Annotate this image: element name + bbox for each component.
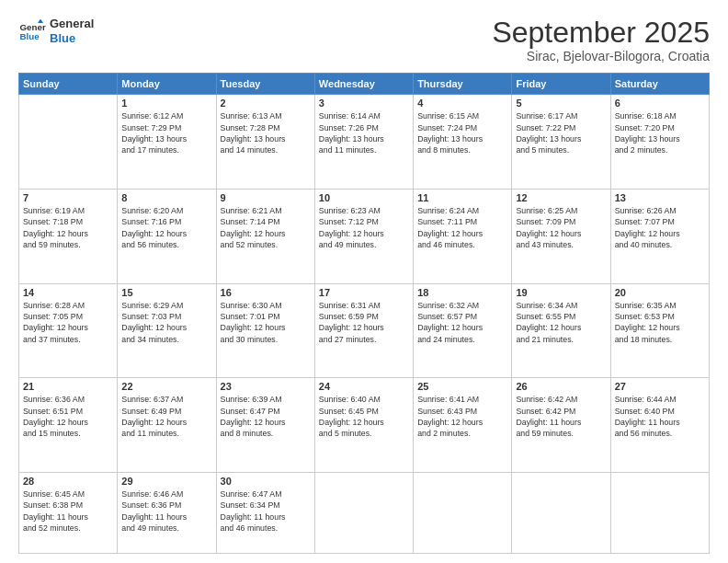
day-number: 14 — [23, 287, 113, 298]
header: General Blue General Blue September 2025… — [18, 17, 710, 63]
table-row: 11Sunrise: 6:24 AM Sunset: 7:11 PM Dayli… — [414, 189, 512, 283]
table-row: 16Sunrise: 6:30 AM Sunset: 7:01 PM Dayli… — [216, 283, 314, 378]
col-tuesday: Tuesday — [216, 74, 314, 95]
day-info: Sunrise: 6:19 AM Sunset: 7:18 PM Dayligh… — [23, 205, 113, 250]
day-number: 25 — [417, 381, 507, 392]
day-number: 17 — [319, 287, 409, 298]
table-row: 21Sunrise: 6:36 AM Sunset: 6:51 PM Dayli… — [19, 378, 118, 473]
day-number: 1 — [121, 98, 211, 109]
calendar-week-row: 21Sunrise: 6:36 AM Sunset: 6:51 PM Dayli… — [19, 378, 710, 473]
page: General Blue General Blue September 2025… — [0, 0, 728, 563]
day-number: 15 — [121, 287, 211, 298]
logo: General Blue General Blue — [18, 17, 94, 45]
day-number: 5 — [516, 98, 606, 109]
day-info: Sunrise: 6:13 AM Sunset: 7:28 PM Dayligh… — [221, 110, 311, 155]
calendar-header-row: Sunday Monday Tuesday Wednesday Thursday… — [19, 74, 710, 95]
day-number: 20 — [615, 287, 705, 298]
logo-icon: General Blue — [18, 17, 46, 45]
logo-general-text: General — [50, 17, 94, 31]
day-number: 2 — [221, 98, 311, 109]
day-number: 12 — [516, 192, 606, 203]
table-row: 25Sunrise: 6:41 AM Sunset: 6:43 PM Dayli… — [414, 378, 512, 473]
table-row: 9Sunrise: 6:21 AM Sunset: 7:14 PM Daylig… — [216, 189, 314, 283]
day-info: Sunrise: 6:46 AM Sunset: 6:36 PM Dayligh… — [121, 488, 211, 534]
table-row: 2Sunrise: 6:13 AM Sunset: 7:28 PM Daylig… — [216, 95, 314, 190]
day-number: 30 — [221, 476, 311, 487]
svg-text:General: General — [20, 21, 47, 31]
calendar-week-row: 7Sunrise: 6:19 AM Sunset: 7:18 PM Daylig… — [19, 189, 710, 283]
day-info: Sunrise: 6:14 AM Sunset: 7:26 PM Dayligh… — [319, 110, 409, 155]
day-number: 10 — [319, 192, 409, 203]
day-number: 6 — [615, 98, 705, 109]
day-info: Sunrise: 6:32 AM Sunset: 6:57 PM Dayligh… — [417, 300, 507, 345]
day-info: Sunrise: 6:12 AM Sunset: 7:29 PM Dayligh… — [121, 110, 211, 155]
calendar-week-row: 14Sunrise: 6:28 AM Sunset: 7:05 PM Dayli… — [19, 283, 710, 378]
day-number: 7 — [23, 192, 113, 203]
day-info: Sunrise: 6:15 AM Sunset: 7:24 PM Dayligh… — [417, 110, 507, 155]
col-thursday: Thursday — [414, 74, 512, 95]
svg-marker-2 — [38, 18, 43, 23]
col-wednesday: Wednesday — [314, 74, 413, 95]
table-row: 14Sunrise: 6:28 AM Sunset: 7:05 PM Dayli… — [19, 283, 118, 378]
col-saturday: Saturday — [610, 74, 709, 95]
day-info: Sunrise: 6:42 AM Sunset: 6:42 PM Dayligh… — [516, 394, 606, 439]
day-info: Sunrise: 6:28 AM Sunset: 7:05 PM Dayligh… — [23, 300, 113, 345]
day-number: 27 — [615, 381, 705, 392]
day-number: 4 — [417, 98, 507, 109]
day-info: Sunrise: 6:24 AM Sunset: 7:11 PM Dayligh… — [417, 205, 507, 250]
table-row — [610, 473, 709, 554]
day-info: Sunrise: 6:37 AM Sunset: 6:49 PM Dayligh… — [121, 394, 211, 439]
day-info: Sunrise: 6:40 AM Sunset: 6:45 PM Dayligh… — [319, 394, 409, 439]
day-number: 13 — [615, 192, 705, 203]
day-info: Sunrise: 6:41 AM Sunset: 6:43 PM Dayligh… — [417, 394, 507, 439]
day-info: Sunrise: 6:17 AM Sunset: 7:22 PM Dayligh… — [516, 110, 606, 155]
table-row: 7Sunrise: 6:19 AM Sunset: 7:18 PM Daylig… — [19, 189, 118, 283]
day-number: 8 — [121, 192, 211, 203]
day-info: Sunrise: 6:44 AM Sunset: 6:40 PM Dayligh… — [615, 394, 705, 439]
table-row: 28Sunrise: 6:45 AM Sunset: 6:38 PM Dayli… — [19, 473, 118, 554]
day-number: 22 — [121, 381, 211, 392]
day-info: Sunrise: 6:21 AM Sunset: 7:14 PM Dayligh… — [221, 205, 311, 250]
table-row: 26Sunrise: 6:42 AM Sunset: 6:42 PM Dayli… — [512, 378, 610, 473]
table-row: 27Sunrise: 6:44 AM Sunset: 6:40 PM Dayli… — [610, 378, 709, 473]
logo-blue-text: Blue — [50, 31, 94, 46]
table-row: 5Sunrise: 6:17 AM Sunset: 7:22 PM Daylig… — [512, 95, 610, 190]
day-number: 24 — [319, 381, 409, 392]
table-row — [512, 473, 610, 554]
table-row: 20Sunrise: 6:35 AM Sunset: 6:53 PM Dayli… — [610, 283, 709, 378]
day-info: Sunrise: 6:20 AM Sunset: 7:16 PM Dayligh… — [121, 205, 211, 250]
table-row: 18Sunrise: 6:32 AM Sunset: 6:57 PM Dayli… — [414, 283, 512, 378]
day-number: 18 — [417, 287, 507, 298]
table-row: 4Sunrise: 6:15 AM Sunset: 7:24 PM Daylig… — [414, 95, 512, 190]
day-number: 28 — [23, 476, 113, 487]
day-info: Sunrise: 6:45 AM Sunset: 6:38 PM Dayligh… — [23, 488, 113, 534]
calendar-table: Sunday Monday Tuesday Wednesday Thursday… — [18, 73, 710, 554]
month-title: September 2025 — [492, 17, 710, 49]
table-row: 12Sunrise: 6:25 AM Sunset: 7:09 PM Dayli… — [512, 189, 610, 283]
col-monday: Monday — [118, 74, 216, 95]
table-row: 23Sunrise: 6:39 AM Sunset: 6:47 PM Dayli… — [216, 378, 314, 473]
day-info: Sunrise: 6:35 AM Sunset: 6:53 PM Dayligh… — [615, 300, 705, 345]
day-number: 9 — [221, 192, 311, 203]
table-row: 30Sunrise: 6:47 AM Sunset: 6:34 PM Dayli… — [216, 473, 314, 554]
table-row: 17Sunrise: 6:31 AM Sunset: 6:59 PM Dayli… — [314, 283, 413, 378]
table-row: 15Sunrise: 6:29 AM Sunset: 7:03 PM Dayli… — [118, 283, 216, 378]
day-info: Sunrise: 6:47 AM Sunset: 6:34 PM Dayligh… — [221, 488, 311, 534]
day-number: 16 — [221, 287, 311, 298]
day-info: Sunrise: 6:29 AM Sunset: 7:03 PM Dayligh… — [121, 300, 211, 345]
day-info: Sunrise: 6:23 AM Sunset: 7:12 PM Dayligh… — [319, 205, 409, 250]
title-block: September 2025 Sirac, Bjelovar-Bilogora,… — [492, 17, 710, 63]
day-number: 11 — [417, 192, 507, 203]
table-row: 19Sunrise: 6:34 AM Sunset: 6:55 PM Dayli… — [512, 283, 610, 378]
table-row: 6Sunrise: 6:18 AM Sunset: 7:20 PM Daylig… — [610, 95, 709, 190]
day-info: Sunrise: 6:36 AM Sunset: 6:51 PM Dayligh… — [23, 394, 113, 439]
location: Sirac, Bjelovar-Bilogora, Croatia — [492, 49, 710, 63]
col-sunday: Sunday — [19, 74, 118, 95]
table-row: 13Sunrise: 6:26 AM Sunset: 7:07 PM Dayli… — [610, 189, 709, 283]
table-row: 1Sunrise: 6:12 AM Sunset: 7:29 PM Daylig… — [118, 95, 216, 190]
table-row: 3Sunrise: 6:14 AM Sunset: 7:26 PM Daylig… — [314, 95, 413, 190]
table-row: 8Sunrise: 6:20 AM Sunset: 7:16 PM Daylig… — [118, 189, 216, 283]
table-row — [414, 473, 512, 554]
day-number: 19 — [516, 287, 606, 298]
day-info: Sunrise: 6:31 AM Sunset: 6:59 PM Dayligh… — [319, 300, 409, 345]
